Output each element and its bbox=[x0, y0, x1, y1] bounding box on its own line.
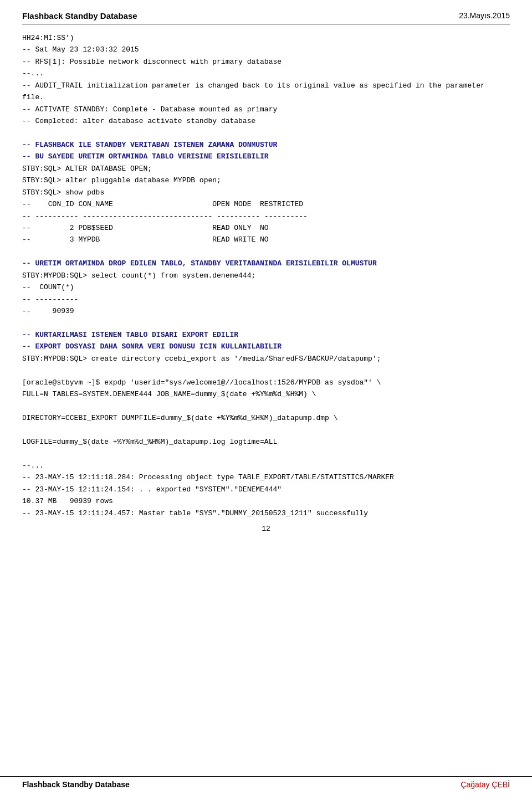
content-line: -- ---------- bbox=[22, 294, 510, 305]
content-line: LOGFILE=dummy_$(date +%Y%m%d_%H%M)_datap… bbox=[22, 436, 510, 448]
section-heading: -- KURTARILMASI ISTENEN TABLO DISARI EXP… bbox=[22, 329, 510, 341]
content-line: FULL=N TABLES=SYSTEM.DENEME444 JOB_NAME=… bbox=[22, 388, 510, 400]
content-line: -- 2 PDB$SEED READ ONLY NO bbox=[22, 222, 510, 234]
blank-line bbox=[22, 424, 510, 435]
section-heading: -- EXPORT DOSYASI DAHA SONRA VERI DONUSU… bbox=[22, 341, 510, 352]
section-heading: -- FLASHBACK ILE STANDBY VERITABAN ISTEN… bbox=[22, 139, 510, 151]
content-line: -- 23-MAY-15 12:11:18.284: Processing ob… bbox=[22, 471, 510, 483]
content-line: DIRECTORY=CCEBI_EXPORT DUMPFILE=dummy_$(… bbox=[22, 412, 510, 424]
header-date: 23.Mayıs.2015 bbox=[459, 11, 510, 20]
blank-line bbox=[22, 448, 510, 459]
blank-line bbox=[22, 127, 510, 139]
section-heading: -- BU SAYEDE URETIM ORTAMINDA TABLO VERI… bbox=[22, 151, 510, 162]
content-line: -- 3 MYPDB READ WRITE NO bbox=[22, 234, 510, 245]
content-line: -- ---------- --------------------------… bbox=[22, 211, 510, 222]
content-line: -- ACTIVATE STANDBY: Complete - Database… bbox=[22, 104, 510, 115]
content-line: [oracle@stbyvm ~]$ expdp 'userid="sys/we… bbox=[22, 377, 510, 388]
content-line: STBY:SQL> ALTER DATABASE OPEN; bbox=[22, 163, 510, 175]
footer-title: Flashback Standby Database bbox=[22, 780, 130, 789]
blank-line bbox=[22, 365, 510, 376]
section-heading: -- URETIM ORTAMINDA DROP EDILEN TABLO, S… bbox=[22, 258, 510, 269]
content-line: HH24:MI:SS') bbox=[22, 32, 510, 44]
content-line: -- Completed: alter database activate st… bbox=[22, 115, 510, 127]
header-title: Flashback Standby Database bbox=[22, 11, 137, 20]
content-line: -- 23-MAY-15 12:11:24.457: Master table … bbox=[22, 507, 510, 519]
blank-line bbox=[22, 317, 510, 329]
content-line: STBY:SQL> show pdbs bbox=[22, 187, 510, 198]
content-line: --... bbox=[22, 460, 510, 471]
page-number: 12 bbox=[22, 525, 510, 533]
content-line: 10.37 MB 90939 rows bbox=[22, 495, 510, 507]
content-line: -- RFS[1]: Possible network disconnect w… bbox=[22, 56, 510, 68]
blank-line bbox=[22, 246, 510, 258]
main-content: HH24:MI:SS')-- Sat May 23 12:03:32 2015-… bbox=[22, 32, 510, 519]
blank-line bbox=[22, 401, 510, 412]
content-line: --... bbox=[22, 68, 510, 79]
footer-author: Çağatay ÇEBİ bbox=[461, 780, 510, 789]
content-line: STBY:MYPDB:SQL> create directory ccebi_e… bbox=[22, 353, 510, 365]
page-footer: Flashback Standby Database Çağatay ÇEBİ bbox=[0, 776, 532, 789]
page-container: Flashback Standby Database 23.Mayıs.2015… bbox=[0, 0, 532, 583]
content-line: STBY:MYPDB:SQL> select count(*) from sys… bbox=[22, 270, 510, 281]
content-line: -- 90939 bbox=[22, 305, 510, 317]
content-line: -- COUNT(*) bbox=[22, 281, 510, 293]
content-line: -- Sat May 23 12:03:32 2015 bbox=[22, 44, 510, 55]
content-line: -- AUDIT_TRAIL initialization parameter … bbox=[22, 80, 510, 104]
content-line: -- 23-MAY-15 12:11:24.154: . . exported … bbox=[22, 484, 510, 495]
content-line: -- CON_ID CON_NAME OPEN MODE RESTRICTED bbox=[22, 198, 510, 210]
page-header: Flashback Standby Database 23.Mayıs.2015 bbox=[22, 11, 510, 24]
content-line: STBY:SQL> alter pluggable database MYPDB… bbox=[22, 175, 510, 186]
